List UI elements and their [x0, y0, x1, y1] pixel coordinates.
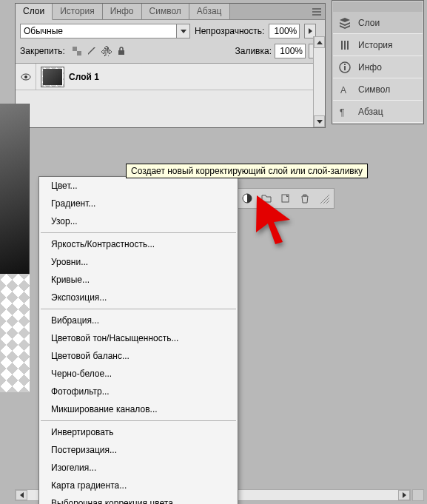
menu-item-brightness[interactable]: Яркость/Контрастность...	[39, 235, 238, 253]
scroll-right-button[interactable]	[398, 490, 410, 500]
eye-icon	[21, 73, 31, 81]
opacity-value[interactable]: 100%	[269, 24, 300, 38]
document-image-edge	[0, 104, 30, 274]
menu-item-threshold[interactable]: Изогелия...	[39, 459, 238, 477]
menu-item-posterize[interactable]: Постеризация...	[39, 441, 238, 459]
visibility-toggle[interactable]	[16, 64, 36, 90]
menu-item-gradient[interactable]: Градиент...	[39, 195, 238, 212]
lock-pixels-icon[interactable]	[86, 45, 98, 57]
layer-name[interactable]: Слой 1	[69, 72, 99, 82]
svg-point-9	[24, 75, 27, 78]
paragraph-icon: ¶	[339, 106, 351, 118]
tab-layers[interactable]: Слои	[16, 4, 53, 20]
lock-all-icon[interactable]	[115, 45, 127, 57]
menu-item-pattern[interactable]: Узор...	[39, 212, 238, 230]
panel-tab-symbol[interactable]: A Символ	[333, 78, 423, 101]
menu-item-color[interactable]: Цвет...	[39, 177, 238, 195]
svg-rect-2	[344, 64, 346, 65]
lock-position-icon[interactable]	[101, 45, 112, 57]
layer-row[interactable]: Слой 1	[16, 64, 325, 90]
circle-half-icon	[242, 193, 252, 204]
lock-options	[71, 45, 127, 57]
panel-tab-label: История	[358, 40, 393, 50]
chevron-down-icon	[176, 24, 189, 38]
adjustment-layer-button[interactable]	[241, 192, 254, 205]
panel-resize-grip[interactable]	[317, 192, 331, 205]
panel-tab-history[interactable]: История	[333, 34, 423, 56]
panel-group-collapsed: Слои История Инфо A Символ ¶ Абзац	[332, 0, 424, 124]
fill-label: Заливка:	[235, 46, 272, 56]
annotation-arrow-cursor	[253, 194, 297, 248]
scroll-down-button[interactable]	[314, 115, 325, 127]
layer-list: Слой 1	[16, 63, 325, 127]
tab-symbol[interactable]: Символ	[142, 4, 189, 19]
panel-tabs: Слои История Инфо Символ Абзац	[16, 4, 325, 20]
character-icon: A	[339, 84, 351, 95]
scroll-left-button[interactable]	[16, 490, 27, 500]
opacity-label: Непрозрачность:	[195, 26, 264, 36]
tab-paragraph[interactable]: Абзац	[189, 4, 230, 19]
tab-info[interactable]: Инфо	[103, 4, 142, 19]
blend-mode-value: Обычные	[24, 26, 63, 36]
menu-item-curves[interactable]: Кривые...	[39, 271, 238, 289]
scroll-up-button[interactable]	[314, 36, 325, 48]
history-icon	[339, 39, 351, 51]
layers-icon	[339, 17, 351, 29]
panel-grip[interactable]	[333, 1, 423, 12]
menu-separator	[41, 232, 236, 233]
tab-history[interactable]: История	[53, 4, 103, 19]
menu-item-mixer[interactable]: Микширование каналов...	[39, 400, 238, 418]
menu-item-levels[interactable]: Уровни...	[39, 253, 238, 271]
panel-tab-label: Символ	[358, 84, 390, 95]
svg-text:A: A	[340, 85, 346, 95]
grip-icon	[319, 193, 329, 204]
panel-tab-label: Абзац	[358, 107, 383, 117]
menu-item-bw[interactable]: Черно-белое...	[39, 365, 238, 383]
panel-tab-info[interactable]: Инфо	[333, 56, 423, 78]
window-resize-grip[interactable]	[412, 489, 424, 501]
menu-item-balance[interactable]: Цветовой баланс...	[39, 347, 238, 365]
menu-separator	[41, 309, 236, 309]
adjustment-layer-menu: Цвет... Градиент... Узор... Яркость/Конт…	[38, 176, 238, 504]
lock-label: Закрепить:	[20, 46, 65, 56]
svg-rect-7	[118, 50, 124, 55]
svg-marker-12	[256, 195, 290, 244]
document-transparent-edge	[0, 274, 30, 392]
trash-icon	[300, 193, 310, 204]
fill-value[interactable]: 100%	[275, 44, 306, 58]
menu-item-exposure[interactable]: Экспозиция...	[39, 289, 238, 306]
panel-scrollbar[interactable]	[313, 36, 325, 127]
svg-rect-5	[73, 47, 77, 51]
menu-item-selective[interactable]: Выборочная коррекция цвета...	[39, 494, 238, 504]
menu-separator	[41, 420, 236, 421]
svg-rect-6	[77, 51, 81, 56]
menu-item-gradmap[interactable]: Карта градиента...	[39, 477, 238, 494]
menu-item-invert[interactable]: Инвертировать	[39, 423, 238, 441]
panel-tab-layers[interactable]: Слои	[333, 12, 423, 34]
delete-layer-button[interactable]	[298, 192, 312, 205]
tooltip: Создает новый корректирующий слой или сл…	[126, 164, 368, 178]
lock-transparency-icon[interactable]	[71, 45, 83, 57]
menu-item-vibrance[interactable]: Вибрация...	[39, 312, 238, 329]
blend-mode-select[interactable]: Обычные	[20, 24, 190, 38]
menu-item-photofilter[interactable]: Фотофильтр...	[39, 383, 238, 400]
panel-menu-button[interactable]	[309, 4, 325, 19]
svg-rect-1	[344, 66, 346, 70]
panel-tab-paragraph[interactable]: ¶ Абзац	[333, 101, 423, 123]
panel-tab-label: Инфо	[358, 62, 382, 73]
layer-thumbnail[interactable]	[41, 67, 64, 87]
menu-lines-icon	[312, 8, 321, 16]
svg-text:¶: ¶	[340, 107, 344, 118]
panel-tab-label: Слои	[358, 18, 380, 28]
menu-item-hue[interactable]: Цветовой тон/Насыщенность...	[39, 329, 238, 347]
layers-panel: Слои История Инфо Символ Абзац Обычные Н…	[15, 3, 326, 128]
info-icon	[339, 61, 351, 73]
